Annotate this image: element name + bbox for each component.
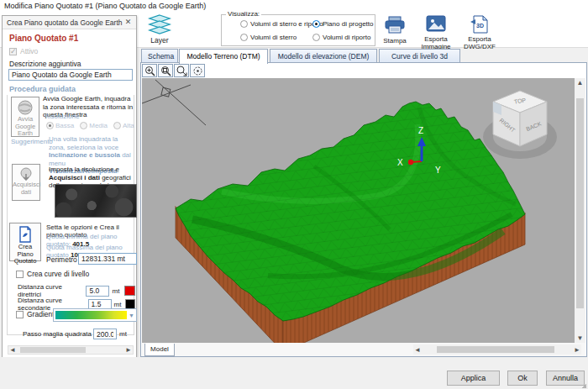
crea-curve-checkbox-row[interactable]: Crea curve di livello (16, 270, 89, 278)
tab-strip: Schema Modello Terreno (DTM) Modello di … (140, 49, 588, 63)
scroll-right-icon[interactable]: ► (124, 346, 133, 354)
image-icon (425, 15, 447, 34)
risoluzione-label: Risoluzione (45, 113, 79, 120)
scroll-left-icon[interactable]: ◄ (8, 346, 17, 354)
secondarie-unit: mt (114, 301, 123, 308)
radio-label: Media (89, 122, 108, 129)
acquisisci-bold: Acquisisci i dati (49, 174, 100, 181)
radio-volumi-sterro-riporto[interactable]: Volumi di sterro e riporto (240, 20, 323, 28)
radio-icon (80, 122, 87, 129)
crea-curve-label: Crea curve di livello (27, 270, 89, 278)
passo-label: Passo maglia quadrata (23, 330, 92, 338)
direttrici-color-swatch[interactable] (124, 286, 135, 296)
suggerimento-part: Una volta inquadrata la zona, seleziona … (49, 135, 118, 151)
axis-x-label: X (397, 158, 403, 167)
gradiente-checkbox[interactable] (16, 311, 24, 318)
scroll-down-icon[interactable]: ▼ (575, 334, 585, 342)
horizontal-scroll-thumb[interactable] (437, 346, 554, 353)
visualizza-groupbox (221, 14, 375, 46)
visualizza-label: Visualizza: (226, 10, 261, 18)
palette-horizontal-scrollbar[interactable]: ◄ ► (8, 345, 134, 355)
descrizione-input[interactable] (8, 69, 133, 81)
radio-icon (46, 122, 54, 129)
model-tab[interactable]: Model (144, 344, 175, 356)
radio-volumi-sterro[interactable]: Volumi di sterro (240, 34, 297, 41)
crea-button-label: Crea Piano Quotato (14, 243, 37, 265)
tab-schema[interactable]: Schema (141, 49, 178, 63)
acquisisci-button-label: Acquisisci dati (13, 181, 40, 196)
zoom-in-button[interactable] (142, 64, 157, 77)
orbit-button[interactable] (190, 64, 205, 77)
scroll-right-icon[interactable]: ► (573, 346, 581, 354)
dialog-footer (0, 357, 588, 389)
esporta-immagine-button[interactable]: Esporta Immagine (417, 15, 455, 50)
attivo-checkbox-row[interactable]: Attivo (9, 47, 38, 55)
scroll-left-icon[interactable]: ◄ (413, 346, 422, 354)
vertical-scroll-thumb[interactable] (576, 98, 584, 308)
avvia-button-label: Avvia Google Earth (15, 115, 35, 137)
radio-label: Piano di progetto (323, 20, 374, 28)
tab-modello-terreno-dtm[interactable]: Modello Terreno (DTM) (179, 49, 268, 64)
crea-curve-checkbox[interactable] (16, 271, 24, 278)
applica-button[interactable]: Applica (447, 371, 500, 386)
attivo-label: Attivo (20, 47, 38, 55)
piano-quotato-heading: Piano Quotato #1 (9, 34, 78, 43)
radio-piano-di-progetto[interactable]: Piano di progetto (312, 20, 374, 28)
svg-text:3D: 3D (476, 23, 484, 29)
ok-button[interactable]: Ok (507, 371, 538, 386)
viewport-vertical-scrollbar[interactable]: ▲ ▼ (575, 78, 585, 343)
radio-label: Alta (123, 122, 134, 129)
view-toolbar (142, 64, 579, 78)
suggerimento-bold: Inclinazione e bussola (49, 151, 120, 159)
zoom-window-button[interactable] (158, 64, 173, 77)
palette-title: Crea Piano quotato da Google Earth (7, 18, 123, 27)
direttrici-input[interactable] (86, 286, 109, 297)
stampa-label: Stampa (376, 37, 413, 45)
window-title: Modifica Piano Quotato #1 (Piano Quotato… (4, 2, 206, 10)
3d-viewport[interactable]: X Y Z TOP RIGHT BACK (142, 78, 575, 343)
chevron-down-icon: ▼ (129, 313, 134, 318)
annulla-button[interactable]: Annulla (546, 371, 585, 386)
direttrici-unit: mt (112, 287, 122, 295)
close-icon[interactable]: ✕ (123, 17, 134, 28)
radio-bassa[interactable]: Bassa (46, 122, 74, 129)
palette-scroll-thumb[interactable] (20, 347, 86, 353)
gradiente-dropdown[interactable]: ▼ (53, 308, 137, 322)
layer-button[interactable]: Layer (143, 14, 176, 47)
radio-media[interactable]: Media (80, 122, 108, 129)
gradiente-checkbox-row[interactable]: Gradiente (16, 310, 58, 318)
satellite-preview-image (55, 184, 137, 218)
esporta-dwg-dxf-button[interactable]: 3D Esporta DWG/DXF (459, 15, 501, 50)
radio-label: Volumi di sterro (250, 34, 297, 41)
terrain-3d-view: X Y Z TOP RIGHT BACK (142, 78, 575, 343)
attivo-checkbox[interactable] (9, 48, 17, 55)
perimetro-input[interactable] (78, 253, 137, 265)
radio-alta[interactable]: Alta (113, 122, 134, 129)
viewport-horizontal-scrollbar[interactable]: ◄ ► (413, 344, 581, 355)
acquisisci-dati-button[interactable]: Acquisisci dati (12, 164, 40, 201)
layer-button-label: Layer (143, 36, 176, 45)
acquisisci-part: Imposta la risoluzione e (49, 166, 119, 173)
crea-piano-quotato-button[interactable]: Crea Piano Quotato (9, 223, 41, 261)
radio-icon (240, 34, 248, 41)
tab-modello-elevazione-dem[interactable]: Modello di elevazione (DEM) (270, 49, 377, 63)
layers-icon (147, 14, 172, 34)
zoom-extents-button[interactable] (174, 64, 189, 77)
esporta-dwg-label-1: Esporta (459, 35, 501, 43)
descrizione-label: Descrizione aggiuntiva (9, 60, 81, 68)
tab-curve-livello-3d[interactable]: Curve di livello 3d (379, 49, 460, 63)
radio-volumi-riporto[interactable]: Volumi di riporto (312, 34, 370, 41)
printer-icon (383, 15, 407, 35)
resize-grip[interactable] (581, 383, 586, 388)
google-earth-icon (17, 100, 34, 115)
axis-y-label: Y (435, 166, 441, 175)
stampa-button[interactable]: Stampa (376, 15, 413, 45)
window-titlebar: Modifica Piano Quotato #1 (Piano Quotato… (0, 0, 588, 13)
passo-input[interactable] (93, 329, 117, 339)
dwg-3d-file-icon: 3D (469, 15, 491, 34)
radio-icon (312, 34, 320, 41)
avvia-google-earth-button[interactable]: Avvia Google Earth (11, 97, 39, 137)
radio-icon (240, 20, 248, 28)
scroll-up-icon[interactable]: ▲ (575, 79, 585, 87)
suggerimento-label: Suggerimento (11, 138, 53, 145)
